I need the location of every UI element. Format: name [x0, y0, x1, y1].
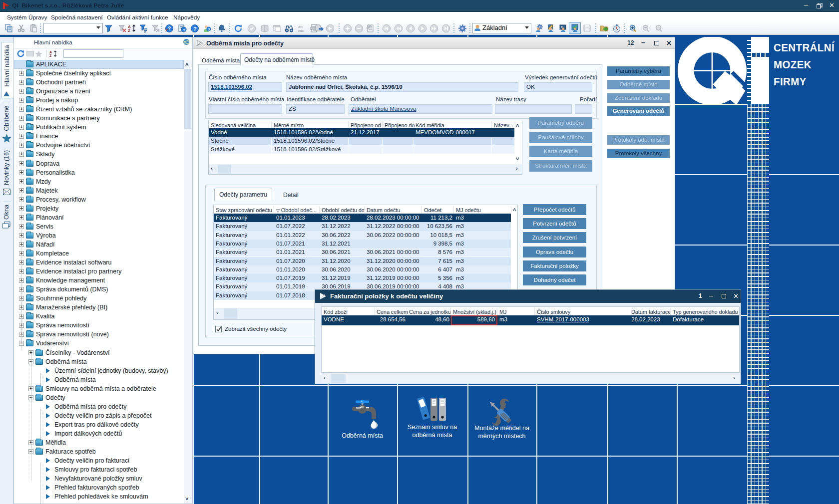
svg-text:?: ?	[168, 26, 171, 31]
svg-text:?: ?	[193, 26, 197, 32]
svg-text:?: ?	[183, 28, 185, 32]
svg-text:ac: ac	[300, 28, 304, 33]
svg-text:?: ?	[208, 27, 210, 32]
svg-text:Z: Z	[128, 28, 130, 33]
svg-text:1: 1	[658, 26, 660, 30]
svg-text:Z: Z	[49, 54, 52, 58]
